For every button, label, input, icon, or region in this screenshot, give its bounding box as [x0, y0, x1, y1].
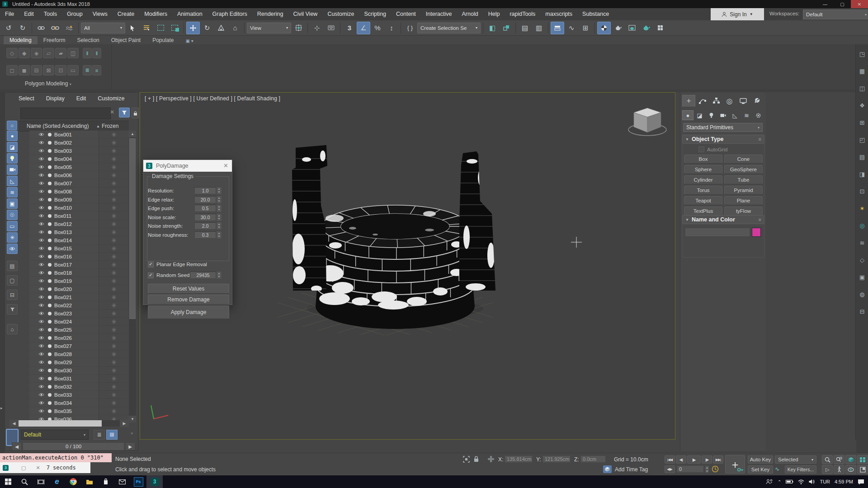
frozen-icon[interactable]: [112, 197, 116, 202]
table-row[interactable]: Box033: [29, 391, 129, 399]
field-of-view-button[interactable]: ▷: [822, 465, 833, 474]
maxscript-mini-listener[interactable]: 3 ▢ ✕ 7 seconds: [0, 462, 90, 473]
clear-search-icon[interactable]: ✕: [110, 109, 114, 115]
visibility-eye-icon[interactable]: [38, 189, 44, 193]
frozen-icon[interactable]: [112, 271, 116, 275]
category-lights[interactable]: [706, 110, 717, 120]
menu-item[interactable]: Group: [62, 8, 88, 20]
display-all-toggle[interactable]: ○: [7, 121, 17, 130]
object-name[interactable]: Box007: [54, 181, 72, 186]
photoshop-icon[interactable]: Ps: [130, 475, 146, 488]
object-type-button[interactable]: Teapot: [684, 196, 722, 205]
table-row[interactable]: Box018: [29, 269, 129, 277]
frozen-icon[interactable]: [112, 279, 116, 283]
object-type-button[interactable]: GeoSphere: [724, 165, 763, 174]
table-row[interactable]: Box013: [29, 228, 129, 236]
table-row[interactable]: Box021: [29, 293, 129, 301]
maxscript-macro-recorder[interactable]: actionMan.executeAction 0 "310": [0, 453, 112, 462]
category-shapes[interactable]: ◪: [694, 110, 705, 120]
visibility-eye-icon[interactable]: [38, 360, 44, 364]
ribbon-icon-10[interactable]: ⊠: [43, 65, 54, 75]
next-frame-button[interactable]: ||▶: [702, 455, 712, 464]
object-name[interactable]: Box013: [54, 230, 72, 235]
visibility-eye-icon[interactable]: [38, 352, 44, 356]
frozen-icon[interactable]: [112, 222, 116, 226]
visibility-eye-icon[interactable]: [38, 328, 44, 332]
visibility-eye-icon[interactable]: [38, 197, 44, 202]
filter-button[interactable]: [119, 108, 130, 117]
snap-toggle-3d[interactable]: 3: [343, 22, 356, 34]
select-by-name-button[interactable]: [140, 22, 153, 34]
ribbon-icon-12[interactable]: ▭: [67, 65, 79, 75]
spinner-arrows[interactable]: ▲▼: [216, 222, 222, 230]
ribbon-icon-6[interactable]: ◫: [67, 48, 79, 58]
align-button[interactable]: [500, 22, 513, 34]
select-object-button[interactable]: [126, 22, 139, 34]
right-toolbar-button-6[interactable]: ◰: [857, 135, 867, 145]
menu-item[interactable]: Interactive: [421, 8, 457, 20]
menu-item[interactable]: Rendering: [252, 8, 288, 20]
visibility-eye-icon[interactable]: [38, 214, 44, 218]
visibility-eye-icon[interactable]: [38, 336, 44, 340]
object-name[interactable]: Box021: [54, 295, 72, 300]
rendered-frame-window-button[interactable]: [625, 22, 639, 34]
menu-item[interactable]: Scripting: [359, 8, 391, 20]
object-type-button[interactable]: tyFlow: [724, 206, 763, 216]
table-row[interactable]: Box027: [29, 342, 129, 350]
object-name[interactable]: Box009: [54, 197, 72, 202]
ribbon-icon-15[interactable]: ≣: [83, 65, 92, 75]
hierarchy-view-button[interactable]: ⊞: [106, 430, 118, 440]
select-and-place-button[interactable]: ⌂: [228, 22, 242, 34]
object-name[interactable]: Box011: [54, 213, 71, 219]
object-type-rollout[interactable]: ▼Object Type≡: [682, 135, 764, 144]
tab-hierarchy[interactable]: [709, 95, 722, 107]
object-name[interactable]: Box010: [54, 205, 72, 211]
frozen-icon[interactable]: [112, 311, 116, 316]
keyboard-shortcut-override-toggle[interactable]: [324, 22, 338, 34]
tab-create[interactable]: ＋: [682, 95, 695, 107]
render-production-button[interactable]: [639, 22, 653, 34]
maximize-viewport-toggle[interactable]: [857, 465, 868, 474]
field-value[interactable]: 2.0: [194, 222, 216, 230]
range-track[interactable]: 0 / 100: [23, 442, 124, 450]
visibility-eye-icon[interactable]: [38, 344, 44, 348]
explorer-basket-button[interactable]: ⌂: [7, 324, 18, 334]
frozen-icon[interactable]: [112, 141, 116, 145]
frozen-icon[interactable]: [112, 319, 116, 324]
menu-item[interactable]: Arnold: [457, 8, 483, 20]
table-row[interactable]: Box002: [29, 139, 129, 147]
key-filters-button[interactable]: Key Filters...: [785, 465, 816, 474]
ribbon-tab-object-paint[interactable]: Object Paint: [105, 36, 146, 44]
object-name[interactable]: Box032: [54, 384, 72, 389]
explorer-blank-button[interactable]: ▢: [7, 275, 18, 286]
frozen-icon[interactable]: [112, 287, 116, 291]
remove-damage-button[interactable]: Remove Damage: [148, 295, 229, 305]
orbit-button[interactable]: [845, 465, 856, 474]
dialog-titlebar[interactable]: 3 PolyDamage ✕: [143, 160, 232, 172]
frozen-column-header[interactable]: Frozen: [102, 123, 129, 129]
horizontal-scrollbar[interactable]: ◀ ▶: [9, 420, 129, 427]
table-row[interactable]: Box030: [29, 366, 129, 375]
mini-close-icon[interactable]: ✕: [36, 465, 40, 471]
menu-item[interactable]: rapidTools: [505, 8, 540, 20]
visibility-eye-icon[interactable]: [38, 222, 44, 226]
minimize-button[interactable]: —: [816, 0, 834, 8]
y-coordinate-field[interactable]: 121.925cm: [542, 455, 571, 463]
visibility-eye-icon[interactable]: [38, 295, 44, 299]
zoom-extents-all-button[interactable]: [857, 455, 868, 464]
wifi-icon[interactable]: [798, 479, 804, 484]
lock-button[interactable]: [132, 108, 139, 118]
table-row[interactable]: Box017: [29, 261, 129, 269]
field-value[interactable]: 0.3: [194, 231, 216, 239]
object-name[interactable]: Box005: [54, 164, 72, 170]
autogrid-checkbox[interactable]: [698, 146, 704, 152]
right-toolbar-button-4[interactable]: ❖: [857, 100, 867, 110]
menu-item[interactable]: maxscripts: [540, 8, 577, 20]
frozen-icon[interactable]: [112, 254, 116, 259]
right-toolbar-button-5[interactable]: ⊞: [857, 117, 867, 127]
right-toolbar-button-8[interactable]: ◨: [857, 169, 867, 179]
object-name[interactable]: Box004: [54, 156, 72, 162]
selection-lock-icon[interactable]: [474, 456, 479, 462]
z-coordinate-field[interactable]: 0.0cm: [580, 455, 606, 463]
object-type-button[interactable]: Torus: [684, 186, 722, 195]
